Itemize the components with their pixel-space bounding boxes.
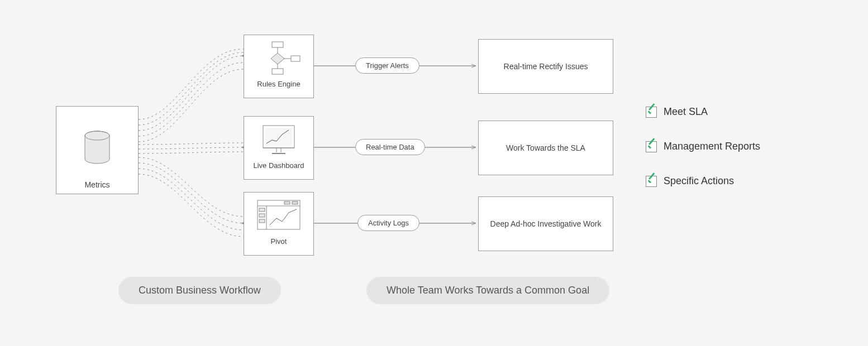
svg-rect-29	[259, 214, 265, 217]
activity-logs-pill: Activity Logs	[357, 215, 419, 231]
checkmark-icon	[646, 107, 657, 118]
svg-rect-30	[259, 219, 265, 223]
monitor-chart-icon	[256, 122, 301, 158]
check-label: Meet SLA	[664, 106, 708, 118]
pivot-window-icon	[255, 198, 302, 234]
check-specific-actions: Specific Actions	[646, 175, 734, 187]
live-dashboard-label: Live Dashboard	[253, 161, 304, 170]
realtime-data-pill: Real-time Data	[355, 139, 425, 155]
checkmark-icon	[646, 176, 657, 187]
caption-right: Whole Team Works Towards a Common Goal	[366, 277, 609, 304]
svg-rect-32	[292, 201, 298, 204]
check-label: Specific Actions	[664, 175, 734, 187]
outcome-sla: Work Towards the SLA	[478, 121, 613, 175]
live-dashboard-node: Live Dashboard	[244, 116, 314, 180]
rules-engine-label: Rules Engine	[257, 80, 300, 88]
caption-left: Custom Business Workflow	[118, 277, 281, 304]
checkmark-icon	[646, 141, 657, 152]
metrics-label: Metrics	[84, 180, 109, 189]
check-meet-sla: Meet SLA	[646, 106, 708, 118]
outcome-rectify: Real-time Rectify Issues	[478, 39, 613, 94]
pivot-node: Pivot	[244, 192, 314, 256]
database-icon	[82, 130, 113, 170]
check-label: Management Reports	[664, 141, 760, 152]
svg-marker-14	[271, 53, 284, 64]
rules-engine-node: Rules Engine	[244, 35, 314, 98]
svg-rect-28	[259, 208, 265, 212]
metrics-source-box: Metrics	[56, 106, 139, 194]
trigger-alerts-pill: Trigger Alerts	[355, 57, 419, 74]
svg-rect-16	[291, 56, 300, 61]
outcome-adhoc: Deep Ad-hoc Investigative Work	[478, 196, 613, 251]
pivot-label: Pivot	[271, 237, 287, 246]
svg-rect-18	[272, 69, 283, 74]
check-management-reports: Management Reports	[646, 141, 760, 152]
flowchart-icon	[256, 41, 301, 76]
svg-rect-31	[284, 201, 290, 204]
svg-rect-12	[272, 42, 283, 47]
